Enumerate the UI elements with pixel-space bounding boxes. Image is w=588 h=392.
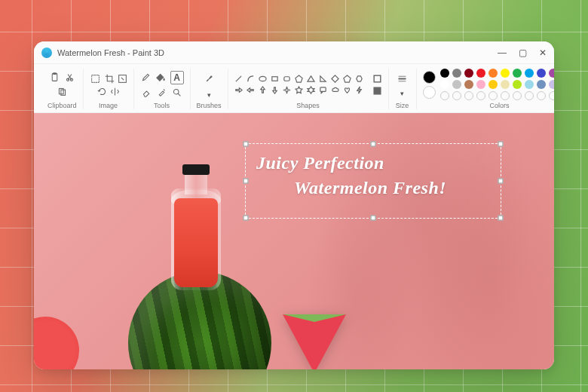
ribbon-toolbar: Clipboard Image A [34,64,554,113]
shape-hexagon-icon[interactable] [355,75,364,84]
custom-color-slot-7[interactable] [525,91,534,100]
custom-color-slot-8[interactable] [537,91,546,100]
shape-oval-icon[interactable] [259,75,268,84]
magnifier-icon[interactable] [171,87,183,99]
color-swatch-7[interactable] [525,69,534,78]
shape-star6-icon[interactable] [307,86,316,95]
text-content[interactable]: Juicy Perfection Watermelon Fresh! [246,144,501,207]
color-swatch-17[interactable] [525,80,534,89]
svg-rect-13 [374,75,381,82]
maximize-button[interactable]: ▢ [519,48,527,57]
color-secondary[interactable] [423,86,436,99]
shape-fill-icon[interactable] [372,86,382,96]
shape-diamond-icon[interactable] [331,75,340,84]
shape-pentagon-icon[interactable] [343,75,352,84]
shape-arrowr-icon[interactable] [234,86,243,95]
shapes-gallery [234,75,365,95]
color-swatch-14[interactable] [488,80,498,89]
close-button[interactable]: ✕ [539,48,547,57]
color-swatch-9[interactable] [549,69,554,78]
resize-handle-s[interactable] [371,216,376,221]
resize-handle-nw[interactable] [243,142,249,147]
paste-icon[interactable] [48,72,60,84]
resize-handle-w[interactable] [243,179,249,184]
shape-heart-icon[interactable] [343,86,352,95]
size-dropdown-icon[interactable]: ▾ [397,88,407,98]
resize-handle-ne[interactable] [498,142,504,147]
shape-polygon-icon[interactable] [295,75,304,84]
color-swatch-13[interactable] [476,80,485,89]
color-swatch-19[interactable] [549,80,554,89]
cut-icon[interactable] [63,72,75,84]
custom-color-slot-0[interactable] [440,91,449,100]
svg-point-9 [259,76,266,81]
pencil-icon[interactable] [140,72,152,84]
rotate-icon[interactable] [97,87,107,96]
custom-color-slot-3[interactable] [476,91,485,100]
color-primary[interactable] [423,71,436,84]
brush-icon[interactable] [200,69,218,87]
crop-icon[interactable] [105,74,115,84]
shape-outline-icon[interactable] [372,74,382,84]
shape-arrowd-icon[interactable] [271,86,280,95]
custom-color-slot-4[interactable] [488,91,498,100]
shape-roundrect-icon[interactable] [283,75,292,84]
group-brushes: ▾ Brushes [191,69,228,109]
shape-triangle-icon[interactable] [307,75,316,84]
shape-arrowu-icon[interactable] [259,86,268,95]
color-swatch-8[interactable] [537,69,546,78]
color-swatch-2[interactable] [464,69,473,78]
text-tool-icon[interactable]: A [170,71,184,84]
group-label-clipboard: Clipboard [47,102,77,109]
group-label-brushes: Brushes [197,102,222,109]
brush-dropdown-icon[interactable]: ▾ [204,90,214,100]
resize-handle-sw[interactable] [243,216,249,221]
custom-color-slot-5[interactable] [501,91,510,100]
color-swatch-4[interactable] [488,69,498,78]
shape-arrowl-icon[interactable] [247,86,256,95]
color-swatch-10[interactable] [440,80,449,89]
custom-color-slot-6[interactable] [513,91,522,100]
color-swatch-0[interactable] [440,69,449,78]
shape-curve-icon[interactable] [247,75,256,84]
eraser-icon[interactable] [141,87,153,99]
shape-rtriangle-icon[interactable] [319,75,328,84]
eyedropper-icon[interactable] [156,87,168,99]
group-colors: Colors [417,69,554,109]
size-icon[interactable] [395,71,410,86]
color-swatch-18[interactable] [537,80,546,89]
copy-icon[interactable] [56,86,68,98]
canvas-area[interactable]: Juicy Perfection Watermelon Fresh! [34,113,554,369]
shape-star4-icon[interactable] [283,86,292,95]
juice-bottle [171,158,221,290]
resize-handle-n[interactable] [371,142,376,147]
app-window: Watermelon Fresh - Paint 3D — ▢ ✕ Clipbo… [34,41,554,369]
color-swatch-11[interactable] [452,80,461,89]
shape-lightning-icon[interactable] [355,86,364,95]
custom-color-slot-2[interactable] [464,91,473,100]
color-swatch-6[interactable] [513,69,522,78]
shape-star5-icon[interactable] [295,86,304,95]
custom-color-slot-9[interactable] [549,91,554,100]
color-swatch-12[interactable] [464,80,473,89]
custom-color-slot-1[interactable] [452,91,461,100]
shape-line-icon[interactable] [234,75,243,84]
fill-icon[interactable] [155,72,167,84]
shape-cloud-icon[interactable] [331,86,340,95]
app-icon [41,47,52,58]
resize-handle-se[interactable] [498,216,504,221]
select-icon[interactable] [90,72,102,84]
shape-callout-icon[interactable] [319,86,328,95]
color-swatch-15[interactable] [501,80,510,89]
color-swatch-16[interactable] [513,80,522,89]
flip-icon[interactable] [110,87,120,96]
color-swatch-3[interactable] [476,69,485,78]
color-swatch-1[interactable] [452,69,461,78]
shape-rect-icon[interactable] [271,75,280,84]
resize-handle-e[interactable] [498,179,504,184]
text-line-2: Watermelon Fresh! [294,178,490,198]
text-selection-box[interactable]: Juicy Perfection Watermelon Fresh! [245,143,501,219]
color-swatch-5[interactable] [501,69,510,78]
minimize-button[interactable]: — [498,48,507,57]
resize-icon[interactable] [118,74,127,84]
